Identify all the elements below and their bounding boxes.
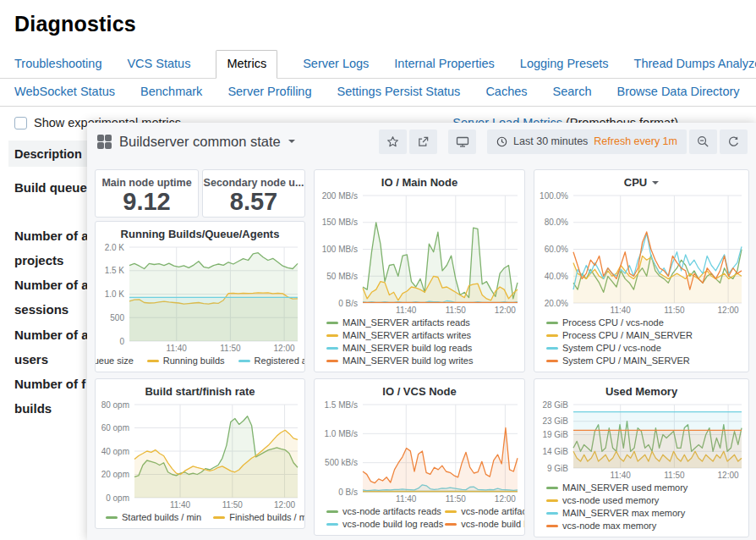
- svg-text:0: 0: [119, 337, 124, 346]
- star-button[interactable]: [379, 129, 407, 154]
- legend-item[interactable]: Process CPU / MAIN_SERVER: [546, 330, 742, 340]
- svg-text:100 MB/s: 100 MB/s: [322, 245, 358, 254]
- tab-websocket-status[interactable]: WebSocket Status: [14, 79, 115, 106]
- svg-text:14 GiB: 14 GiB: [542, 447, 568, 456]
- chart-canvas[interactable]: 0 opm20 opm40 opm60 opm80 opm11:4011:501…: [96, 399, 304, 510]
- legend-swatch: [326, 510, 338, 513]
- svg-text:11:50: 11:50: [664, 471, 685, 480]
- share-icon: [417, 135, 430, 148]
- legend-item[interactable]: Registered agents: [238, 355, 305, 366]
- tab-browse-data-directory[interactable]: Browse Data Directory: [617, 79, 740, 106]
- io-main-node-chart[interactable]: 0 B/s50 MB/s100 MB/s150 MB/s200 MB/s11:4…: [315, 190, 524, 316]
- legend-item[interactable]: MAIN_SERVER build log reads: [326, 343, 518, 353]
- tab-settings-persist-status[interactable]: Settings Persist Status: [337, 79, 461, 106]
- chart-canvas[interactable]: 20.0%40.0%60.0%80.0%100.0%11:4011:5012:0…: [534, 190, 748, 316]
- legend-label: System CPU / MAIN_SERVER: [562, 355, 690, 366]
- legend-swatch: [546, 334, 558, 337]
- panel-title-text: Running Builds/Queue/Agents: [121, 228, 280, 240]
- legend-item[interactable]: Process CPU / vcs-node: [546, 317, 742, 328]
- time-picker-button[interactable]: Last 30 minutes Refresh every 1m: [487, 129, 687, 154]
- legend-item[interactable]: Running builds: [147, 355, 225, 366]
- time-range-label: Last 30 minutes: [513, 135, 588, 147]
- legend-item[interactable]: MAIN_SERVER used memory: [546, 482, 742, 493]
- tab-troubleshooting[interactable]: Troubleshooting: [14, 51, 101, 78]
- legend-item[interactable]: Finished builds / min: [213, 512, 305, 522]
- stat-panel-title[interactable]: Main node uptime: [96, 177, 198, 189]
- share-button[interactable]: [409, 129, 437, 154]
- legend-swatch: [213, 516, 225, 519]
- legend-item[interactable]: System CPU / vcs-node: [546, 343, 742, 353]
- legend-swatch: [326, 347, 338, 350]
- svg-text:9 GiB: 9 GiB: [547, 464, 568, 473]
- panel-title[interactable]: IO / VCS Node: [315, 379, 524, 399]
- tab-search[interactable]: Search: [553, 79, 592, 106]
- legend-item[interactable]: vcs-node build log reads: [326, 519, 443, 529]
- stat-panel-title[interactable]: Secondary node u...: [203, 177, 304, 189]
- cpu-chart[interactable]: 20.0%40.0%60.0%80.0%100.0%11:4011:5012:0…: [534, 190, 748, 316]
- svg-text:12:00: 12:00: [718, 306, 739, 315]
- dashboard-title-group[interactable]: Buildserver common state: [97, 134, 295, 150]
- svg-text:11:40: 11:40: [167, 344, 188, 353]
- svg-text:11:50: 11:50: [222, 500, 244, 510]
- star-icon: [386, 135, 399, 148]
- svg-text:19 GiB: 19 GiB: [542, 430, 568, 439]
- legend-label: Process CPU / MAIN_SERVER: [562, 330, 693, 340]
- legend-item[interactable]: vcs-node artifacts writes: [445, 506, 525, 516]
- panel-title[interactable]: CPU: [534, 170, 748, 190]
- running-builds-chart[interactable]: 05001.0 K1.5 K2.0 K11:4011:5012:00: [96, 242, 304, 354]
- refresh-button[interactable]: [720, 129, 748, 154]
- chart-panel-cpu: CPU20.0%40.0%60.0%80.0%100.0%11:4011:501…: [534, 169, 749, 372]
- tab-thread-dumps-analyzer[interactable]: Thread Dumps Analyzer: [634, 51, 756, 78]
- chart-canvas[interactable]: 0 B/s50 MB/s100 MB/s150 MB/s200 MB/s11:4…: [315, 190, 524, 316]
- svg-text:2.0 K: 2.0 K: [105, 243, 125, 252]
- legend-label: System CPU / vcs-node: [562, 343, 661, 353]
- panel-title[interactable]: Used Memory: [534, 379, 748, 399]
- build-rate-chart[interactable]: 0 opm20 opm40 opm60 opm80 opm11:4011:501…: [96, 399, 304, 510]
- legend-swatch: [445, 510, 457, 513]
- svg-text:40 opm: 40 opm: [101, 447, 129, 456]
- chart-canvas[interactable]: 05001.0 K1.5 K2.0 K11:4011:5012:00: [96, 242, 304, 354]
- legend-item[interactable]: Queue size: [95, 355, 134, 366]
- legend-item[interactable]: vcs-node max memory: [546, 521, 742, 531]
- panel-title[interactable]: Build start/finish rate: [96, 379, 304, 399]
- legend-item[interactable]: System CPU / MAIN_SERVER: [546, 355, 742, 366]
- tab-server-profiling[interactable]: Server Profiling: [227, 79, 311, 106]
- dashboard-title: Buildserver common state: [119, 134, 281, 150]
- legend-item[interactable]: MAIN_SERVER artifacts reads: [326, 317, 518, 328]
- legend-item[interactable]: vcs-node artifacts reads: [326, 506, 443, 516]
- legend-item[interactable]: MAIN_SERVER build log writes: [326, 355, 518, 366]
- legend-label: Queue size: [95, 355, 134, 366]
- legend-swatch: [546, 360, 558, 362]
- tab-internal-properties[interactable]: Internal Properties: [394, 51, 494, 78]
- panel-title[interactable]: Running Builds/Queue/Agents: [96, 222, 304, 242]
- legend-item[interactable]: MAIN_SERVER artifacts writes: [326, 330, 518, 340]
- legend-label: Finished builds / min: [229, 512, 305, 522]
- used-memory-chart[interactable]: 9 GiB14 GiB19 GiB23 GiB28 GiB11:4011:501…: [534, 399, 748, 481]
- legend-label: MAIN_SERVER used memory: [562, 482, 688, 493]
- legend-item[interactable]: MAIN_SERVER max memory: [546, 508, 742, 518]
- tab-metrics[interactable]: Metrics: [216, 50, 277, 79]
- tab-server-logs[interactable]: Server Logs: [303, 51, 369, 78]
- clock-icon: [496, 136, 507, 147]
- svg-text:12:00: 12:00: [274, 344, 295, 353]
- tab-logging-presets[interactable]: Logging Presets: [520, 51, 609, 78]
- tab-benchmark[interactable]: Benchmark: [140, 79, 202, 106]
- legend-item[interactable]: vcs-node used memory: [546, 495, 742, 505]
- legend-item[interactable]: Started builds / min: [106, 512, 201, 522]
- page-title: Diagnostics: [14, 12, 756, 36]
- legend-swatch: [546, 487, 558, 489]
- tab-caches[interactable]: Caches: [485, 79, 527, 106]
- io-vcs-node-chart[interactable]: 0 B/s500 kB/s1.0 MB/s1.5 MB/s11:4011:501…: [315, 399, 524, 504]
- tv-mode-button[interactable]: [448, 129, 476, 154]
- experimental-metrics-checkbox[interactable]: [14, 117, 27, 129]
- panel-title-text: Used Memory: [605, 385, 677, 398]
- panel-title[interactable]: IO / Main Node: [315, 170, 524, 190]
- chart-canvas[interactable]: 9 GiB14 GiB19 GiB23 GiB28 GiB11:4011:501…: [534, 399, 748, 481]
- tab-vcs-status[interactable]: VCS Status: [127, 51, 190, 78]
- chart-canvas[interactable]: 0 B/s500 kB/s1.0 MB/s1.5 MB/s11:4011:501…: [315, 399, 524, 504]
- legend-label: vcs-node build log reads: [342, 519, 443, 529]
- legend-swatch: [546, 499, 558, 502]
- zoom-out-button[interactable]: [689, 129, 717, 154]
- legend-item[interactable]: vcs-node build log writes: [445, 519, 525, 529]
- svg-text:0 B/s: 0 B/s: [338, 299, 358, 308]
